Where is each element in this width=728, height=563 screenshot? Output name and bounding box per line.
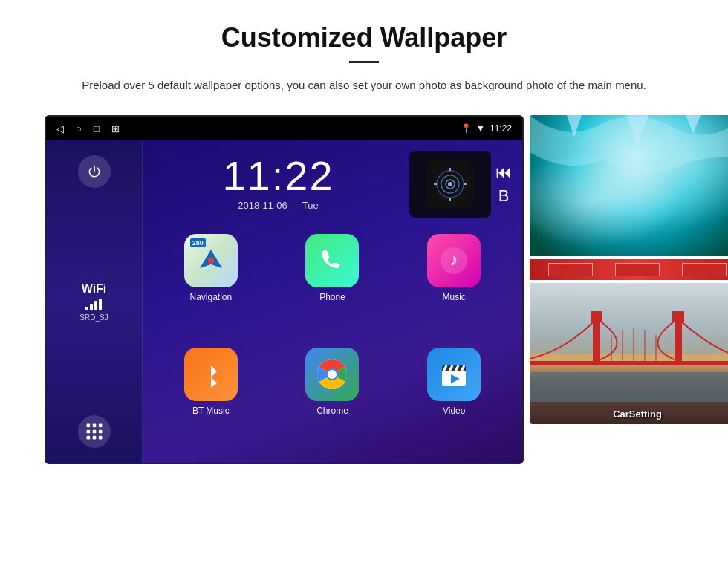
building-window-2 [615,263,660,276]
back-icon[interactable]: ◁ [56,123,64,134]
power-button[interactable] [78,155,111,188]
video-label: Video [443,406,465,416]
wifi-bar-3 [94,301,97,310]
svg-rect-37 [672,311,684,317]
page-subtitle: Preload over 5 default wallpaper options… [45,77,683,94]
svg-point-22 [328,370,337,379]
navigation-label: Navigation [189,292,232,302]
wifi-label: WiFi [79,282,108,296]
svg-rect-2 [98,424,102,428]
svg-rect-3 [86,430,90,434]
building-window [548,263,593,276]
home-icon[interactable]: ○ [76,123,82,134]
page-title: Customized Wallpaper [45,22,683,53]
android-main: WiFi SRD_SJ [46,140,522,463]
android-screen: ◁ ○ □ ⊞ 📍 ▼ 11:22 [45,115,524,464]
app-navigation[interactable]: 280 Navigation [150,228,272,342]
clock-widget: 11:22 2018-11-06 Tue [153,148,403,215]
apps-button[interactable] [78,415,111,448]
media-controls: ⏮ B [495,163,512,206]
status-left: ◁ ○ □ ⊞ [56,123,120,134]
svg-rect-7 [92,436,96,440]
wifi-bars [79,299,108,310]
android-sidebar: WiFi SRD_SJ [46,140,143,463]
app-music[interactable]: ♪ Music [393,228,515,342]
svg-rect-8 [98,436,102,440]
svg-rect-6 [86,436,90,440]
status-right: 📍 ▼ 11:22 [461,123,512,134]
bt-music-icon [184,348,238,401]
recent-icon[interactable]: □ [94,123,100,134]
music-label: Music [442,292,465,302]
wifi-info: WiFi SRD_SJ [79,282,108,322]
app-video[interactable]: Video [393,342,515,455]
phone-icon [305,234,359,287]
video-icon [427,348,481,401]
app-phone[interactable]: Phone [272,228,394,342]
svg-text:♪: ♪ [450,250,458,269]
wifi-status-icon: ▼ [476,123,485,134]
clock-date: 2018-11-06 Tue [153,200,403,211]
day-value: Tue [302,200,319,211]
location-icon: 📍 [461,123,472,134]
svg-rect-1 [92,424,96,428]
svg-rect-5 [98,430,102,434]
wifi-bar-2 [90,304,93,310]
media-icon [426,160,474,208]
chrome-label: Chrome [316,406,348,416]
chrome-icon [305,348,359,401]
svg-rect-33 [675,320,682,365]
red-building-strip [530,259,728,280]
svg-point-17 [208,258,214,264]
next-track-icon[interactable]: B [498,186,510,206]
svg-rect-4 [92,430,96,434]
date-value: 2018-11-06 [238,200,287,211]
content-area: ◁ ○ □ ⊞ 📍 ▼ 11:22 [45,115,683,464]
status-bar: ◁ ○ □ ⊞ 📍 ▼ 11:22 [46,117,522,140]
media-widget [409,151,491,218]
wifi-bar-4 [99,299,102,310]
building-window-3 [682,263,727,276]
svg-rect-31 [530,361,728,365]
status-time: 11:22 [490,123,512,134]
wifi-ssid: SRD_SJ [79,313,108,322]
nav-badge: 280 [190,238,206,247]
svg-rect-35 [591,311,602,317]
ice-cave-image [530,115,728,256]
bt-music-label: BT Music [192,406,230,416]
screenshot-icon[interactable]: ⊞ [111,123,120,134]
phone-label: Phone [319,292,345,302]
wallpaper-ice-cave[interactable] [530,115,728,256]
android-center: 11:22 2018-11-06 Tue [143,140,522,463]
navigation-icon: 280 [184,234,238,287]
svg-rect-0 [86,424,90,428]
svg-rect-32 [593,320,600,365]
app-icons-row: 280 Navigation [143,218,522,455]
clock-time: 11:22 [153,155,403,197]
prev-track-icon[interactable]: ⏮ [495,163,512,182]
car-setting-label: CarSetting [613,409,662,420]
page-wrapper: Customized Wallpaper Preload over 5 defa… [0,0,728,479]
svg-point-12 [448,182,452,186]
app-bt-music[interactable]: BT Music [150,342,272,455]
wallpaper-bridge[interactable]: CarSetting [530,283,728,424]
wifi-bar-1 [85,307,88,310]
app-chrome[interactable]: Chrome [272,342,394,455]
bridge-image: CarSetting [530,283,728,424]
title-underline [349,61,379,63]
svg-rect-30 [530,372,728,402]
wallpaper-thumbnails: CarSetting [530,115,728,424]
music-icon: ♪ [427,234,481,287]
